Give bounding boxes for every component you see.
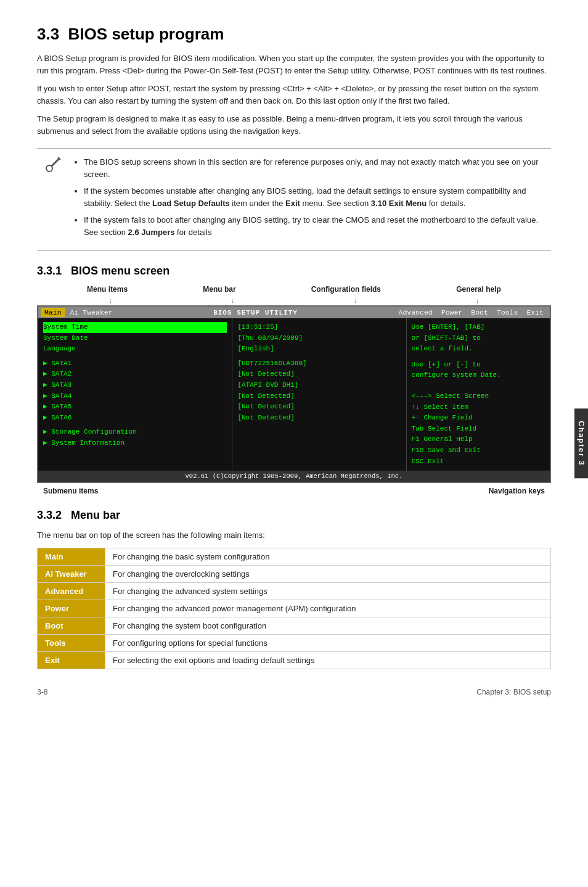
- menubar-label: Power: [38, 600, 105, 617]
- menubar-description: For configuring options for special func…: [105, 634, 551, 651]
- menubar-row: MainFor changing the basic system config…: [38, 548, 551, 565]
- sata4-item: ▶ SATA4: [43, 391, 227, 402]
- bios-screen: Main Ai Tweaker BIOS SETUP UTILITY Advan…: [37, 305, 551, 483]
- bios-middle-panel: [13:51:25] [Thu 08/04/2009] [English] [H…: [232, 318, 406, 471]
- menubar-row: Ai TweakerFor changing the overclocking …: [38, 565, 551, 582]
- sidebar-label: Chapter 3: [577, 421, 586, 466]
- menubar-table: MainFor changing the basic system config…: [37, 548, 551, 669]
- sata2-item: ▶ SATA2: [43, 369, 227, 380]
- note-list: The BIOS setup screens shown in this sec…: [74, 156, 541, 238]
- help-text-3: select a field.: [412, 344, 545, 355]
- nav-2: ↑↓ Select Item: [412, 402, 545, 413]
- config-sata6: [Not Detected]: [237, 413, 401, 424]
- note-icon: [43, 155, 63, 179]
- help-text-4: Use [+] or [-] to: [412, 360, 545, 371]
- menu-exit: Exit: [523, 308, 547, 317]
- sata1-item: ▶ SATA1: [43, 358, 227, 369]
- config-sata1: [HDT722516DLA380]: [237, 358, 401, 369]
- sata6-item: ▶ SATA6: [43, 413, 227, 424]
- sata5-item: ▶ SATA5: [43, 402, 227, 413]
- menu-tools: Tools: [493, 308, 522, 317]
- page-number: 3-8: [37, 688, 47, 696]
- menubar-label: Boot: [38, 617, 105, 634]
- nav-section: <---> Select Screen ↑↓ Select Item +- Ch…: [412, 391, 545, 467]
- config-sata4: [Not Detected]: [237, 391, 401, 402]
- menu-main: Main: [41, 308, 65, 317]
- menubar-description: For changing the system boot configurati…: [105, 617, 551, 634]
- system-info-item: ▶ System Information: [43, 438, 227, 449]
- label-navigation-keys: Navigation keys: [489, 487, 545, 495]
- note-item-1: The BIOS setup screens shown in this sec…: [84, 156, 541, 180]
- menubar-description: For changing the advanced power manageme…: [105, 600, 551, 617]
- menu-advanced: Advanced: [395, 308, 436, 317]
- menubar-row: ExitFor selecting the exit options and l…: [38, 651, 551, 669]
- config-lang: [English]: [237, 344, 401, 355]
- nav-7: ESC Exit: [412, 456, 545, 468]
- label-menu-bar: Menu bar: [203, 285, 235, 294]
- system-date-item: System Date: [43, 333, 227, 344]
- menubar-row: AdvancedFor changing the advanced system…: [38, 582, 551, 600]
- config-sata5: [Not Detected]: [237, 402, 401, 413]
- menubar-row: ToolsFor configuring options for special…: [38, 634, 551, 651]
- subsection-331-title: 3.3.1 BIOS menu screen: [37, 265, 551, 278]
- nav-3: +- Change Field: [412, 413, 545, 424]
- config-time: [13:51:25]: [237, 322, 401, 333]
- menubar-description: For changing the advanced system setting…: [105, 582, 551, 600]
- bios-title: BIOS SETUP UTILITY: [118, 309, 394, 316]
- note-box: The BIOS setup screens shown in this sec…: [37, 148, 551, 251]
- menu-power: Power: [438, 308, 467, 317]
- storage-config-item: ▶ Storage Configuration: [43, 427, 227, 438]
- section-title: 3.3 BIOS setup program: [37, 25, 551, 44]
- help-text-5: configure system Date.: [412, 370, 545, 381]
- chapter-sidebar: Chapter 3: [574, 408, 588, 478]
- intro-para-1: A BIOS Setup program is provided for BIO…: [37, 52, 551, 76]
- bios-footer: v02.61 (C)Copyright 1985-2009, American …: [38, 471, 550, 482]
- bios-menubar: Main Ai Tweaker BIOS SETUP UTILITY Advan…: [38, 307, 550, 318]
- nav-4: Tab Select Field: [412, 424, 545, 435]
- language-item: Language: [43, 344, 227, 355]
- menubar-row: PowerFor changing the advanced power man…: [38, 600, 551, 617]
- bios-diagram: Menu items Menu bar Configuration fields…: [37, 285, 551, 495]
- config-sata3: [ATAPI DVD DH1]: [237, 380, 401, 391]
- menubar-row: BootFor changing the system boot configu…: [38, 617, 551, 634]
- note-item-2: If the system becomes unstable after cha…: [84, 185, 541, 209]
- bios-right-panel: Use [ENTER], [TAB] or [SHIFT-TAB] to sel…: [407, 318, 550, 471]
- label-menu-items: Menu items: [87, 285, 128, 294]
- bios-content: System Time System Date Language ▶ SATA1…: [38, 318, 550, 471]
- subsection-332-title: 3.3.2 Menu bar: [37, 509, 551, 522]
- menubar-label: Tools: [38, 634, 105, 651]
- page-footer: 3-8 Chapter 3: BIOS setup: [37, 688, 551, 696]
- help-text-1: Use [ENTER], [TAB]: [412, 322, 545, 333]
- intro-para-2: If you wish to enter Setup after POST, r…: [37, 83, 551, 107]
- menubar-label: Main: [38, 548, 105, 565]
- menubar-description: For changing the basic system configurat…: [105, 548, 551, 565]
- label-general-help: General help: [456, 285, 501, 294]
- menu-boot: Boot: [467, 308, 492, 317]
- svg-line-1: [52, 159, 59, 166]
- label-config-fields: Configuration fields: [311, 285, 381, 294]
- intro-para-3: The Setup program is designed to make it…: [37, 113, 551, 137]
- sata3-item: ▶ SATA3: [43, 380, 227, 391]
- config-date: [Thu 08/04/2009]: [237, 333, 401, 344]
- menubar-description: For changing the overclocking settings: [105, 565, 551, 582]
- menu-ai-tweaker: Ai Tweaker: [67, 308, 116, 317]
- nav-6: F10 Save and Exit: [412, 445, 545, 456]
- nav-5: F1 General Help: [412, 434, 545, 445]
- menubar-intro: The menu bar on top of the screen has th…: [37, 529, 551, 542]
- nav-1: <---> Select Screen: [412, 391, 545, 402]
- chapter-label: Chapter 3: BIOS setup: [476, 688, 551, 696]
- system-time-item: System Time: [43, 322, 227, 333]
- bios-left-panel: System Time System Date Language ▶ SATA1…: [38, 318, 232, 471]
- menubar-description: For selecting the exit options and loadi…: [105, 651, 551, 669]
- config-sata2: [Not Detected]: [237, 369, 401, 380]
- help-text-2: or [SHIFT-TAB] to: [412, 333, 545, 344]
- menubar-label: Exit: [38, 651, 105, 669]
- note-item-3: If the system fails to boot after changi…: [84, 214, 541, 238]
- menubar-label: Ai Tweaker: [38, 565, 105, 582]
- label-submenu-items: Submenu items: [43, 487, 98, 495]
- menubar-label: Advanced: [38, 582, 105, 600]
